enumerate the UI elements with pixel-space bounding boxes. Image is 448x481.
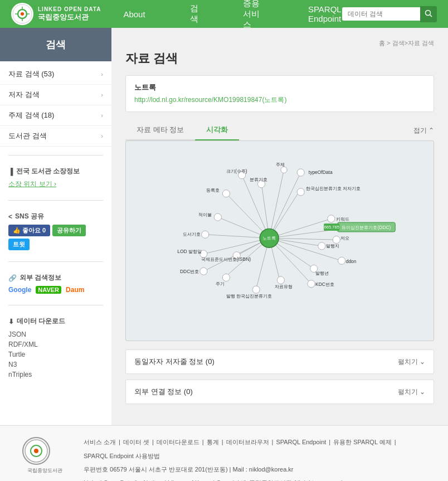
node-keyword[interactable] xyxy=(328,215,335,222)
share-button[interactable]: 공유하기 xyxy=(52,225,86,236)
library-section-title: ▐ 전국 도서관 소장정보 xyxy=(8,167,103,176)
tweet-button[interactable]: 트윗 xyxy=(8,239,30,250)
footer-link-1[interactable]: 데이터 셋 xyxy=(123,437,149,448)
svg-point-11 xyxy=(34,449,38,453)
footer-link-0[interactable]: 서비스 소개 xyxy=(84,437,116,448)
node-jeopsu[interactable] xyxy=(333,236,340,244)
center-label: 노트록 xyxy=(262,235,276,241)
footer-logo-icon xyxy=(22,437,50,465)
label-doseo: 도서기호 xyxy=(183,231,201,237)
sidebar-item-author-label: 저자 검색 xyxy=(8,90,40,100)
nav-search[interactable]: 검색 xyxy=(190,3,198,25)
footer-link-2[interactable]: 데이터다운로드 xyxy=(157,437,199,448)
site-header: LINKED OPEN DATA 국립중앙도서관 About 검색 증용서비스 … xyxy=(0,0,448,28)
label-ddon: ddon xyxy=(346,259,357,264)
header-search xyxy=(342,6,437,22)
expand-same-author: 동일자자 저자줄 정보 (0) 펼치기 ⌄ xyxy=(125,349,434,374)
node-juki[interactable] xyxy=(222,274,230,281)
ext-search-section: 🔗 외부 검색정보 Google NAVER Daum xyxy=(0,268,111,299)
footer-logo: 국립중앙도서관 xyxy=(22,437,67,474)
resource-link[interactable]: http://lod.nl.go.kr/resource/KMO19981984… xyxy=(134,96,286,104)
node-juk[interactable] xyxy=(214,213,221,221)
download-turtle[interactable]: Turtle xyxy=(8,349,103,359)
node-kdc2[interactable] xyxy=(308,280,315,288)
sidebar-item-library[interactable]: 도서관 검색 › xyxy=(0,126,111,147)
daum-link[interactable]: Daum xyxy=(66,286,84,294)
label-isbn: 국제표준도서번호(ISBN) xyxy=(201,256,251,262)
node-typeofdata[interactable] xyxy=(297,169,304,176)
footer-link-7[interactable]: SPARQL Endpoint 사용방법 xyxy=(84,451,160,462)
footer-link-3[interactable]: 통계 xyxy=(207,437,219,448)
library-location-link[interactable]: 소장 위치 보기 › xyxy=(8,180,56,188)
sns-section-title: < SNS 공유 xyxy=(8,212,103,221)
download-ntriples[interactable]: nTriples xyxy=(8,370,103,380)
nav-about[interactable]: About xyxy=(123,9,145,19)
share-icon: < xyxy=(8,213,12,221)
label-balhaengi: 발행지 xyxy=(326,243,339,249)
page-title: 자료 검색 xyxy=(125,50,434,67)
main-nav: About 검색 증용서비스 SPARQL Endpoint xyxy=(123,0,342,30)
header-search-input[interactable] xyxy=(342,7,420,21)
edge-typeofdata xyxy=(269,173,301,239)
nav-sparql[interactable]: SPARQL Endpoint xyxy=(308,4,342,23)
edge-lod xyxy=(203,238,269,254)
chevron-up-icon: ⌃ xyxy=(428,127,434,134)
graph-svg: 노트록 typeOfData 주제 크기(수주) 분류기호 한국십진분류기호 저… xyxy=(126,141,434,341)
node-juje[interactable] xyxy=(281,167,287,173)
node-jalyutype[interactable] xyxy=(277,276,284,284)
expand-same-author-button[interactable]: 펼치기 ⌄ xyxy=(398,357,425,367)
label-juki: 주기 xyxy=(216,281,225,286)
download-section: ⬇ 데이터 다운로드 JSON RDF/XML Turtle N3 nTripl… xyxy=(0,311,111,385)
like-icon: 👍 xyxy=(13,227,21,234)
expand-external-links-button[interactable]: 펼치기 ⌄ xyxy=(398,387,425,397)
label-jalyutype: 자료유형 xyxy=(275,284,293,289)
sidebar-item-author[interactable]: 저자 검색 › xyxy=(0,85,111,105)
node-doseo[interactable] xyxy=(202,231,209,238)
resource-box: 노트록 http://lod.nl.go.kr/resource/KMO1998… xyxy=(125,75,434,112)
sidebar-item-subject[interactable]: 주제 검색 (18) › xyxy=(0,105,111,126)
sidebar-arrow-1: › xyxy=(101,91,103,98)
main-layout: 검색 자료 검색 (53) › 저자 검색 › 주제 검색 (18) › 도서관… xyxy=(0,28,448,425)
label-kdc: 한국십진분류기호 저자기호 xyxy=(306,186,361,191)
chevron-down-icon-0: ⌄ xyxy=(420,358,425,366)
sidebar-item-subject-label: 주제 검색 (18) xyxy=(8,110,54,120)
footer-link-row: 서비스 소개 | 데이터 셋 | 데이터다운로드 | 통계 | 데이터브라우저 … xyxy=(84,437,426,462)
footer-copyright: Linked Open Data for National Library of… xyxy=(84,478,426,481)
like-button[interactable]: 👍 좋아요 0 xyxy=(8,225,50,236)
node-balhaengi[interactable] xyxy=(318,242,325,250)
label-keyword: 키워드 xyxy=(336,216,349,222)
label-grgi: 크기(수주) xyxy=(226,168,247,174)
logo-area: LINKED OPEN DATA 국립중앙도서관 xyxy=(11,3,101,25)
sidebar: 검색 자료 검색 (53) › 저자 검색 › 주제 검색 (18) › 도서관… xyxy=(0,28,111,425)
download-json[interactable]: JSON xyxy=(8,329,103,339)
label-juje: 주제 xyxy=(276,162,285,167)
label-deungrok: 등록호 xyxy=(206,187,220,193)
footer-link-6[interactable]: 유용한 SPARQL 예제 xyxy=(333,437,392,448)
label-ddc2: DDC번호 xyxy=(180,269,199,274)
download-rdfxml[interactable]: RDF/XML xyxy=(8,339,103,349)
footer-link-5[interactable]: SPARQL Endpoint xyxy=(276,437,326,448)
footer-link-4[interactable]: 데이터브라우저 xyxy=(226,437,269,448)
download-section-title: ⬇ 데이터 다운로드 xyxy=(8,317,103,326)
tab-meta[interactable]: 자료 메타 정보 xyxy=(125,120,195,140)
node-ddon[interactable] xyxy=(338,257,345,264)
google-link[interactable]: Google xyxy=(8,286,31,294)
visualization-area: 노트록 typeOfData 주제 크기(수주) 분류기호 한국십진분류기호 저… xyxy=(125,140,434,341)
node-kdc[interactable] xyxy=(297,188,304,196)
node-deungrok[interactable] xyxy=(222,190,230,197)
naver-link[interactable]: NAVER xyxy=(36,286,61,294)
sidebar-item-material[interactable]: 자료 검색 (53) › xyxy=(0,64,111,85)
sns-buttons: 👍 좋아요 0 공유하기 트윗 xyxy=(8,225,103,250)
header-search-button[interactable] xyxy=(420,6,437,22)
node-ddc2[interactable] xyxy=(200,268,207,275)
breadcrumb: 홈 > 검색>자료 검색 xyxy=(125,39,434,47)
sns-section: < SNS 공유 👍 좋아요 0 공유하기 트윗 xyxy=(0,206,111,256)
node-balhaeng2[interactable] xyxy=(252,286,260,293)
footer-address: 우편번호 06579 서울시 서초구 반포대로 201(반포동) | Mail … xyxy=(84,464,426,475)
collapse-button[interactable]: 접기 ⌃ xyxy=(413,126,434,135)
tab-viz[interactable]: 시각화 xyxy=(195,120,239,140)
download-n3[interactable]: N3 xyxy=(8,359,103,370)
nav-services[interactable]: 증용서비스 xyxy=(243,0,264,30)
ext-search-logos: Google NAVER Daum xyxy=(8,286,103,294)
sidebar-arrow-0: › xyxy=(101,71,103,77)
